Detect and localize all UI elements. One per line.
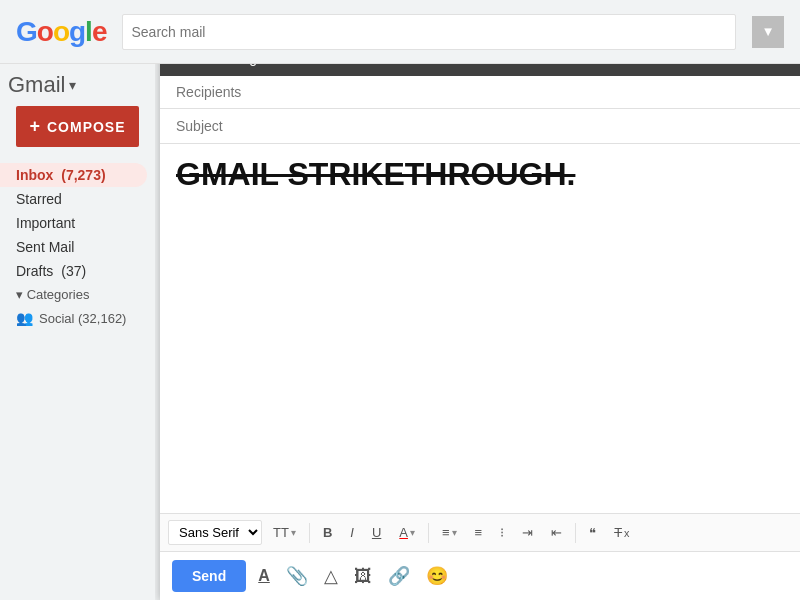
bold-icon: B: [323, 525, 332, 540]
social-label: Social (32,162): [39, 311, 126, 326]
plus-icon: +: [29, 116, 41, 137]
close-icon: ✕: [770, 64, 782, 66]
close-button[interactable]: ✕: [768, 64, 784, 68]
recipients-row: [160, 76, 800, 109]
toolbar-divider-3: [575, 523, 576, 543]
attach-button[interactable]: 📎: [282, 561, 312, 591]
chevron-down-icon: ▼: [761, 24, 774, 39]
compose-modal-header: New Message − ⤢ ✕: [160, 64, 800, 76]
important-label: Important: [16, 215, 75, 231]
link-button[interactable]: 🔗: [384, 561, 414, 591]
image-button[interactable]: 🖼: [350, 562, 376, 591]
underline-button[interactable]: U: [365, 521, 388, 544]
gmail-text: Gmail: [8, 72, 65, 98]
outdent-button[interactable]: ⇤: [544, 521, 569, 544]
send-button[interactable]: Send: [172, 560, 246, 592]
underline-a-button[interactable]: A: [254, 563, 274, 589]
gmail-dropdown-icon: ▾: [69, 77, 76, 93]
quote-icon: ❝: [589, 525, 596, 540]
body-text: GMAIL STRIKETHROUGH.: [176, 156, 784, 193]
drive-icon: △: [324, 565, 338, 587]
sidebar: Gmail ▾ + COMPOSE Inbox (7,273) Starred …: [0, 64, 155, 600]
font-color-icon: A: [399, 525, 408, 540]
sidebar-item-inbox[interactable]: Inbox (7,273): [0, 163, 147, 187]
minimize-button[interactable]: −: [716, 64, 728, 68]
unordered-list-icon: ⁝: [500, 525, 504, 540]
remove-format-icon: T: [614, 525, 622, 540]
sidebar-item-starred[interactable]: Starred: [0, 187, 147, 211]
attach-icon: 📎: [286, 565, 308, 587]
sidebar-item-sent[interactable]: Sent Mail: [0, 235, 147, 259]
align-button[interactable]: ≡ ▾: [435, 521, 464, 544]
subject-input[interactable]: [176, 118, 784, 134]
drafts-count: (37): [61, 263, 86, 279]
expand-button[interactable]: ⤢: [740, 64, 756, 68]
drive-button[interactable]: △: [320, 561, 342, 591]
sidebar-item-drafts[interactable]: Drafts (37): [0, 259, 147, 283]
bold-button[interactable]: B: [316, 521, 339, 544]
emoji-icon: 😊: [426, 565, 448, 587]
sidebar-categories[interactable]: ▾ Categories: [0, 283, 155, 306]
compose-header-actions: − ⤢ ✕: [716, 64, 784, 68]
search-input[interactable]: [131, 24, 727, 40]
gmail-label[interactable]: Gmail ▾: [0, 72, 155, 98]
italic-icon: I: [350, 525, 354, 540]
search-dropdown-button[interactable]: ▼: [752, 16, 784, 48]
italic-button[interactable]: I: [343, 521, 361, 544]
minimize-icon: −: [718, 64, 726, 66]
content-area: New Message − ⤢ ✕: [155, 64, 800, 600]
font-color-chevron-icon: ▾: [410, 527, 415, 538]
expand-icon: ⤢: [742, 64, 754, 66]
app-header: Google ▼: [0, 0, 800, 64]
font-family-select[interactable]: Sans Serif: [168, 520, 262, 545]
google-logo: Google: [16, 16, 106, 48]
emoji-button[interactable]: 😊: [422, 561, 452, 591]
underline-icon: U: [372, 525, 381, 540]
compose-actions: Send A 📎 △ 🖼 🔗 😊: [160, 551, 800, 600]
indent-icon: ⇥: [522, 525, 533, 540]
compose-modal: New Message − ⤢ ✕: [160, 64, 800, 600]
compose-body[interactable]: GMAIL STRIKETHROUGH.: [160, 144, 800, 513]
starred-label: Starred: [16, 191, 62, 207]
remove-format-button[interactable]: Tx: [607, 521, 636, 544]
font-color-button[interactable]: A ▾: [392, 521, 422, 544]
sidebar-item-important[interactable]: Important: [0, 211, 147, 235]
compose-label: COMPOSE: [47, 119, 126, 135]
underline-a-icon: A: [258, 567, 270, 585]
categories-label: Categories: [27, 287, 90, 302]
font-size-button[interactable]: TT ▾: [266, 521, 303, 544]
sent-label: Sent Mail: [16, 239, 74, 255]
link-icon: 🔗: [388, 565, 410, 587]
social-icon: 👥: [16, 310, 33, 326]
quote-button[interactable]: ❝: [582, 521, 603, 544]
inbox-label: Inbox: [16, 167, 57, 183]
ordered-list-icon: ≡: [475, 525, 483, 540]
image-icon: 🖼: [354, 566, 372, 587]
search-bar[interactable]: [122, 14, 736, 50]
recipients-input[interactable]: [176, 84, 784, 100]
sidebar-item-social[interactable]: 👥 Social (32,162): [0, 306, 155, 330]
align-chevron-icon: ▾: [452, 527, 457, 538]
formatting-toolbar: Sans Serif TT ▾ B I U A ▾: [160, 513, 800, 551]
font-size-chevron-icon: ▾: [291, 527, 296, 538]
main-layout: Gmail ▾ + COMPOSE Inbox (7,273) Starred …: [0, 64, 800, 600]
categories-chevron-icon: ▾: [16, 287, 27, 302]
subject-row: [160, 109, 800, 144]
font-size-icon: TT: [273, 525, 289, 540]
toolbar-divider-1: [309, 523, 310, 543]
inbox-count: (7,273): [61, 167, 105, 183]
toolbar-divider-2: [428, 523, 429, 543]
align-icon: ≡: [442, 525, 450, 540]
compose-button[interactable]: + COMPOSE: [16, 106, 139, 147]
unordered-list-button[interactable]: ⁝: [493, 521, 511, 544]
outdent-icon: ⇤: [551, 525, 562, 540]
compose-modal-title: New Message: [176, 64, 265, 66]
ordered-list-button[interactable]: ≡: [468, 521, 490, 544]
drafts-label: Drafts: [16, 263, 57, 279]
indent-button[interactable]: ⇥: [515, 521, 540, 544]
